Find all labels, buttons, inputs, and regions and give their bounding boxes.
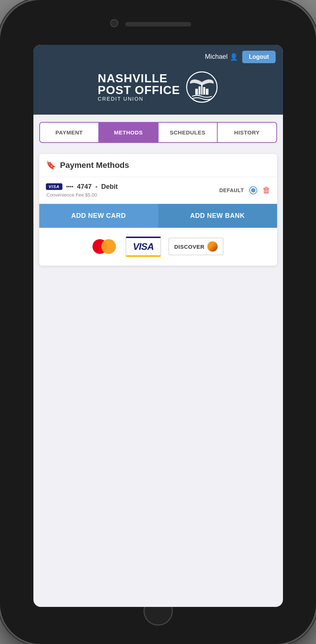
logo-content: NASHVILLE POST OFFICE CREDIT UNION — [98, 71, 218, 104]
payment-methods-card: 🔖 Payment Methods VISA •••• 4747 - Debit — [39, 154, 277, 266]
tabs-bar: PAYMENT METHODS SCHEDULES HISTORY — [39, 122, 277, 143]
tab-methods[interactable]: METHODS — [99, 123, 159, 142]
visa-logo-text: VISA — [133, 241, 154, 252]
card-info-left: VISA •••• 4747 - Debit Convenience Fee $… — [46, 183, 118, 198]
tab-history[interactable]: HISTORY — [218, 123, 276, 142]
svg-rect-5 — [206, 89, 208, 94]
radio-inner — [251, 188, 255, 193]
default-radio[interactable] — [249, 186, 257, 194]
logo-post-office: POST OFFICE — [98, 84, 180, 96]
discover-circle — [207, 241, 218, 252]
svg-rect-1 — [195, 89, 198, 94]
phone-shell: Michael 👤 Logout NASHVILLE POST OFFICE C… — [0, 0, 316, 644]
header-top: Michael 👤 Logout — [33, 45, 283, 67]
card-separator: - — [95, 183, 98, 191]
tab-schedules[interactable]: SCHEDULES — [159, 123, 218, 142]
username-label: Michael — [205, 53, 228, 61]
visa-badge: VISA — [46, 183, 63, 190]
visa-logo: VISA — [126, 237, 161, 257]
phone-screen: Michael 👤 Logout NASHVILLE POST OFFICE C… — [33, 45, 283, 607]
convenience-fee: Convenience Fee $5.00 — [47, 192, 118, 198]
user-icon: 👤 — [230, 53, 238, 61]
discover-logo-text: DISCOVER — [174, 244, 204, 250]
logo-credit-union: CREDIT UNION — [98, 96, 180, 102]
bookmark-icon: 🔖 — [46, 161, 56, 170]
card-last-four: 4747 — [77, 183, 92, 191]
logo-area: NASHVILLE POST OFFICE CREDIT UNION — [33, 67, 283, 115]
payment-methods-header: 🔖 Payment Methods — [39, 154, 277, 177]
logout-button[interactable]: Logout — [242, 51, 275, 63]
logo-emblem — [185, 71, 218, 104]
payment-methods-title: Payment Methods — [60, 161, 129, 170]
discover-logo: DISCOVER — [168, 238, 224, 255]
logo-text-block: NASHVILLE POST OFFICE CREDIT UNION — [98, 72, 180, 102]
delete-card-icon[interactable]: 🗑 — [262, 186, 270, 195]
card-type: Debit — [101, 183, 118, 191]
action-buttons: ADD NEW CARD ADD NEW BANK — [39, 204, 277, 228]
add-new-bank-button[interactable]: ADD NEW BANK — [158, 204, 277, 228]
app-header: Michael 👤 Logout NASHVILLE POST OFFICE C… — [33, 45, 283, 115]
mastercard-logo — [92, 238, 118, 255]
content-area: 🔖 Payment Methods VISA •••• 4747 - Debit — [33, 150, 283, 273]
mastercard-orange-circle — [101, 239, 116, 254]
accepted-card-logos: VISA DISCOVER — [39, 228, 277, 266]
svg-rect-4 — [203, 87, 205, 95]
user-info: Michael 👤 — [205, 53, 238, 61]
svg-rect-2 — [199, 86, 200, 95]
card-dots: •••• — [66, 184, 73, 190]
card-info-right: DEFAULT 🗑 — [219, 186, 270, 195]
logo-nashville: NASHVILLE — [98, 72, 180, 84]
default-label: DEFAULT — [219, 187, 244, 193]
card-main-line: VISA •••• 4747 - Debit — [46, 183, 118, 191]
add-new-card-button[interactable]: ADD NEW CARD — [39, 204, 158, 228]
tab-payment[interactable]: PAYMENT — [40, 123, 99, 142]
card-entry: VISA •••• 4747 - Debit Convenience Fee $… — [39, 177, 277, 204]
